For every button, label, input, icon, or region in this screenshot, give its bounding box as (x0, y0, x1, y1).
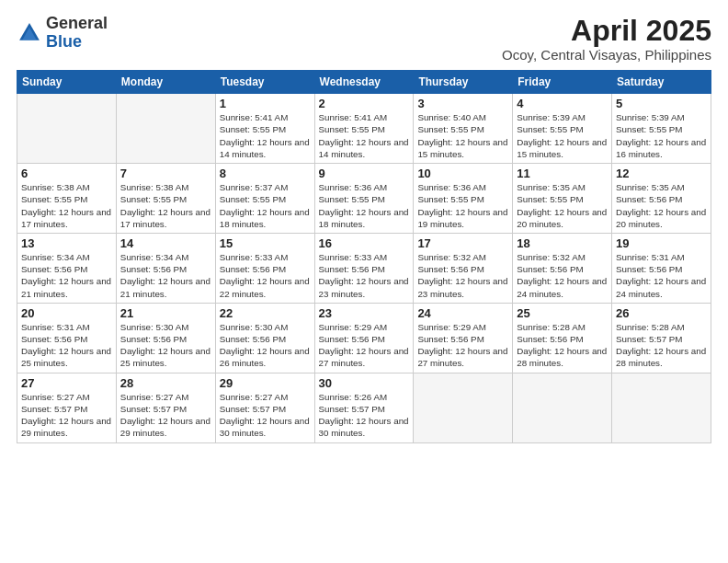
day-info: Sunrise: 5:37 AM Sunset: 5:55 PM Dayligh… (220, 181, 311, 230)
calendar-cell: 4Sunrise: 5:39 AM Sunset: 5:55 PM Daylig… (513, 94, 612, 164)
calendar-cell: 24Sunrise: 5:29 AM Sunset: 5:56 PM Dayli… (414, 303, 513, 373)
day-number: 8 (220, 167, 311, 180)
calendar-cell: 8Sunrise: 5:37 AM Sunset: 5:55 PM Daylig… (215, 164, 314, 234)
calendar-cell (116, 94, 215, 164)
calendar-cell: 9Sunrise: 5:36 AM Sunset: 5:55 PM Daylig… (314, 164, 414, 234)
calendar-cell: 29Sunrise: 5:27 AM Sunset: 5:57 PM Dayli… (215, 373, 314, 442)
day-number: 29 (220, 376, 311, 390)
day-number: 1 (220, 97, 311, 110)
day-number: 18 (517, 236, 608, 250)
col-friday: Friday (513, 71, 612, 94)
calendar-cell: 3Sunrise: 5:40 AM Sunset: 5:55 PM Daylig… (414, 94, 513, 164)
calendar-title: April 2025 (502, 15, 711, 47)
day-info: Sunrise: 5:40 AM Sunset: 5:55 PM Dayligh… (417, 111, 508, 160)
calendar-week-4: 20Sunrise: 5:31 AM Sunset: 5:56 PM Dayli… (17, 303, 711, 373)
day-info: Sunrise: 5:28 AM Sunset: 5:56 PM Dayligh… (517, 321, 608, 370)
day-info: Sunrise: 5:32 AM Sunset: 5:56 PM Dayligh… (517, 251, 608, 300)
day-info: Sunrise: 5:31 AM Sunset: 5:56 PM Dayligh… (21, 321, 112, 370)
calendar-cell (414, 373, 513, 442)
day-info: Sunrise: 5:39 AM Sunset: 5:55 PM Dayligh… (616, 111, 707, 160)
day-number: 2 (319, 97, 410, 110)
calendar-cell: 15Sunrise: 5:33 AM Sunset: 5:56 PM Dayli… (215, 233, 314, 303)
calendar-cell: 5Sunrise: 5:39 AM Sunset: 5:55 PM Daylig… (612, 94, 711, 164)
day-info: Sunrise: 5:32 AM Sunset: 5:56 PM Dayligh… (417, 251, 508, 300)
day-info: Sunrise: 5:38 AM Sunset: 5:55 PM Dayligh… (21, 181, 112, 230)
col-wednesday: Wednesday (314, 71, 414, 94)
day-number: 3 (417, 97, 508, 110)
day-number: 28 (120, 376, 211, 390)
day-info: Sunrise: 5:36 AM Sunset: 5:55 PM Dayligh… (319, 181, 410, 230)
calendar-cell: 27Sunrise: 5:27 AM Sunset: 5:57 PM Dayli… (17, 373, 117, 442)
day-info: Sunrise: 5:29 AM Sunset: 5:56 PM Dayligh… (319, 321, 410, 370)
day-number: 23 (319, 306, 410, 320)
day-info: Sunrise: 5:29 AM Sunset: 5:56 PM Dayligh… (417, 321, 508, 370)
header: General Blue April 2025 Ocoy, Central Vi… (17, 15, 711, 63)
day-number: 4 (517, 97, 608, 110)
day-number: 6 (21, 167, 112, 180)
day-number: 20 (21, 306, 112, 320)
logo-blue-text: Blue (46, 32, 82, 51)
header-row: Sunday Monday Tuesday Wednesday Thursday… (17, 71, 711, 94)
day-info: Sunrise: 5:26 AM Sunset: 5:57 PM Dayligh… (319, 391, 410, 440)
day-number: 17 (417, 236, 508, 250)
col-tuesday: Tuesday (215, 71, 314, 94)
calendar-cell: 12Sunrise: 5:35 AM Sunset: 5:56 PM Dayli… (612, 164, 711, 234)
day-number: 22 (220, 306, 311, 320)
calendar-cell: 16Sunrise: 5:33 AM Sunset: 5:56 PM Dayli… (314, 233, 414, 303)
col-sunday: Sunday (17, 71, 117, 94)
calendar-cell: 21Sunrise: 5:30 AM Sunset: 5:56 PM Dayli… (116, 303, 215, 373)
day-info: Sunrise: 5:28 AM Sunset: 5:57 PM Dayligh… (616, 321, 707, 370)
calendar-table: Sunday Monday Tuesday Wednesday Thursday… (17, 70, 711, 442)
day-info: Sunrise: 5:41 AM Sunset: 5:55 PM Dayligh… (220, 111, 311, 160)
calendar-cell: 17Sunrise: 5:32 AM Sunset: 5:56 PM Dayli… (414, 233, 513, 303)
day-info: Sunrise: 5:34 AM Sunset: 5:56 PM Dayligh… (120, 251, 211, 300)
day-number: 25 (517, 306, 608, 320)
title-block: April 2025 Ocoy, Central Visayas, Philip… (502, 15, 711, 63)
logo: General Blue (17, 15, 108, 52)
calendar-cell: 30Sunrise: 5:26 AM Sunset: 5:57 PM Dayli… (314, 373, 414, 442)
calendar-cell: 20Sunrise: 5:31 AM Sunset: 5:56 PM Dayli… (17, 303, 117, 373)
calendar-cell: 13Sunrise: 5:34 AM Sunset: 5:56 PM Dayli… (17, 233, 117, 303)
col-saturday: Saturday (612, 71, 711, 94)
day-number: 14 (120, 236, 211, 250)
day-info: Sunrise: 5:30 AM Sunset: 5:56 PM Dayligh… (220, 321, 311, 370)
day-number: 30 (319, 376, 410, 390)
calendar-cell: 28Sunrise: 5:27 AM Sunset: 5:57 PM Dayli… (116, 373, 215, 442)
day-info: Sunrise: 5:41 AM Sunset: 5:55 PM Dayligh… (319, 111, 410, 160)
day-info: Sunrise: 5:35 AM Sunset: 5:55 PM Dayligh… (517, 181, 608, 230)
col-monday: Monday (116, 71, 215, 94)
calendar-cell (513, 373, 612, 442)
day-number: 27 (21, 376, 112, 390)
day-info: Sunrise: 5:27 AM Sunset: 5:57 PM Dayligh… (21, 391, 112, 440)
calendar-cell: 14Sunrise: 5:34 AM Sunset: 5:56 PM Dayli… (116, 233, 215, 303)
calendar-cell: 7Sunrise: 5:38 AM Sunset: 5:55 PM Daylig… (116, 164, 215, 234)
logo-icon (17, 20, 42, 46)
calendar-cell: 11Sunrise: 5:35 AM Sunset: 5:55 PM Dayli… (513, 164, 612, 234)
day-number: 21 (120, 306, 211, 320)
day-number: 7 (120, 167, 211, 180)
day-info: Sunrise: 5:33 AM Sunset: 5:56 PM Dayligh… (319, 251, 410, 300)
calendar-cell: 18Sunrise: 5:32 AM Sunset: 5:56 PM Dayli… (513, 233, 612, 303)
calendar-subtitle: Ocoy, Central Visayas, Philippines (502, 47, 711, 63)
day-info: Sunrise: 5:30 AM Sunset: 5:56 PM Dayligh… (120, 321, 211, 370)
calendar-week-5: 27Sunrise: 5:27 AM Sunset: 5:57 PM Dayli… (17, 373, 711, 442)
day-info: Sunrise: 5:33 AM Sunset: 5:56 PM Dayligh… (220, 251, 311, 300)
calendar-week-3: 13Sunrise: 5:34 AM Sunset: 5:56 PM Dayli… (17, 233, 711, 303)
calendar-cell (17, 94, 117, 164)
day-number: 5 (616, 97, 707, 110)
page: General Blue April 2025 Ocoy, Central Vi… (0, 0, 728, 563)
day-number: 26 (616, 306, 707, 320)
day-number: 9 (319, 167, 410, 180)
calendar-cell: 10Sunrise: 5:36 AM Sunset: 5:55 PM Dayli… (414, 164, 513, 234)
day-number: 19 (616, 236, 707, 250)
day-number: 24 (417, 306, 508, 320)
day-info: Sunrise: 5:27 AM Sunset: 5:57 PM Dayligh… (220, 391, 311, 440)
calendar-cell: 22Sunrise: 5:30 AM Sunset: 5:56 PM Dayli… (215, 303, 314, 373)
logo-text: General Blue (46, 15, 108, 52)
day-info: Sunrise: 5:34 AM Sunset: 5:56 PM Dayligh… (21, 251, 112, 300)
day-info: Sunrise: 5:27 AM Sunset: 5:57 PM Dayligh… (120, 391, 211, 440)
calendar-cell: 25Sunrise: 5:28 AM Sunset: 5:56 PM Dayli… (513, 303, 612, 373)
calendar-week-2: 6Sunrise: 5:38 AM Sunset: 5:55 PM Daylig… (17, 164, 711, 234)
day-number: 11 (517, 167, 608, 180)
calendar-cell: 23Sunrise: 5:29 AM Sunset: 5:56 PM Dayli… (314, 303, 414, 373)
